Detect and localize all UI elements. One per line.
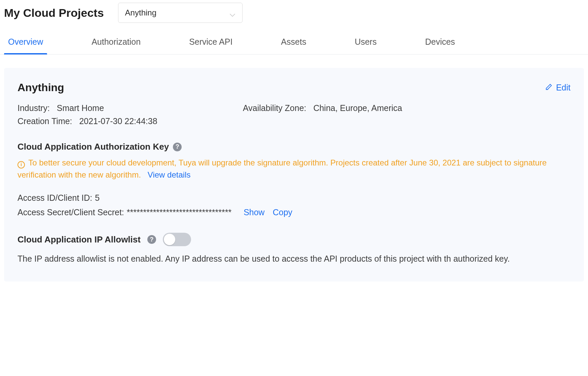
tab-authorization[interactable]: Authorization [87, 31, 145, 54]
industry-row: Industry: Smart Home [17, 103, 243, 113]
info-icon: i [17, 161, 25, 168]
tab-users[interactable]: Users [351, 31, 380, 54]
availability-label: Availability Zone: [243, 103, 306, 113]
access-id-row: Access ID/Client ID: 5 [17, 193, 571, 203]
tab-assets[interactable]: Assets [277, 31, 310, 54]
view-details-link[interactable]: View details [148, 170, 191, 179]
tab-overview[interactable]: Overview [4, 31, 47, 54]
page-title: My Cloud Projects [4, 6, 104, 20]
access-secret-label: Access Secret/Client Secret: [17, 208, 124, 217]
edit-label: Edit [556, 83, 571, 92]
show-secret-link[interactable]: Show [244, 208, 265, 217]
tab-devices[interactable]: Devices [421, 31, 459, 54]
tabs: Overview Authorization Service API Asset… [0, 31, 588, 54]
access-id-label: Access ID/Client ID: [17, 193, 92, 203]
industry-value: Smart Home [57, 103, 104, 113]
chevron-down-icon [229, 10, 235, 16]
project-select-value: Anything [125, 8, 156, 17]
notice-text: To better secure your cloud development,… [17, 158, 547, 179]
creation-row: Creation Time: 2021-07-30 22:44:38 [17, 116, 243, 126]
industry-label: Industry: [17, 103, 50, 113]
availability-value: China, Europe, America [313, 103, 402, 113]
access-secret-value: ******************************** [127, 208, 231, 217]
auth-key-title: Cloud Application Authorization Key [17, 142, 169, 152]
signature-notice: i To better secure your cloud developmen… [17, 157, 571, 181]
tab-service-api[interactable]: Service API [185, 31, 236, 54]
availability-row: Availability Zone: China, Europe, Americ… [243, 103, 571, 113]
edit-button[interactable]: Edit [545, 83, 571, 92]
help-icon[interactable]: ? [173, 143, 182, 151]
allowlist-toggle[interactable] [163, 233, 191, 246]
edit-icon [545, 83, 553, 92]
creation-value: 2021-07-30 22:44:38 [79, 116, 157, 126]
project-name: Anything [17, 81, 64, 94]
creation-label: Creation Time: [17, 116, 72, 126]
help-icon[interactable]: ? [147, 235, 156, 244]
copy-secret-link[interactable]: Copy [273, 208, 292, 217]
overview-panel: Anything Edit Industry: Smart Home Avail… [4, 68, 584, 281]
allowlist-description: The IP address allowlist is not enabled.… [17, 252, 571, 265]
access-secret-row: Access Secret/Client Secret: ***********… [17, 208, 571, 217]
allowlist-title: Cloud Application IP Allowlist [17, 234, 141, 245]
access-id-value: 5 [95, 193, 100, 203]
project-select[interactable]: Anything [118, 3, 243, 23]
